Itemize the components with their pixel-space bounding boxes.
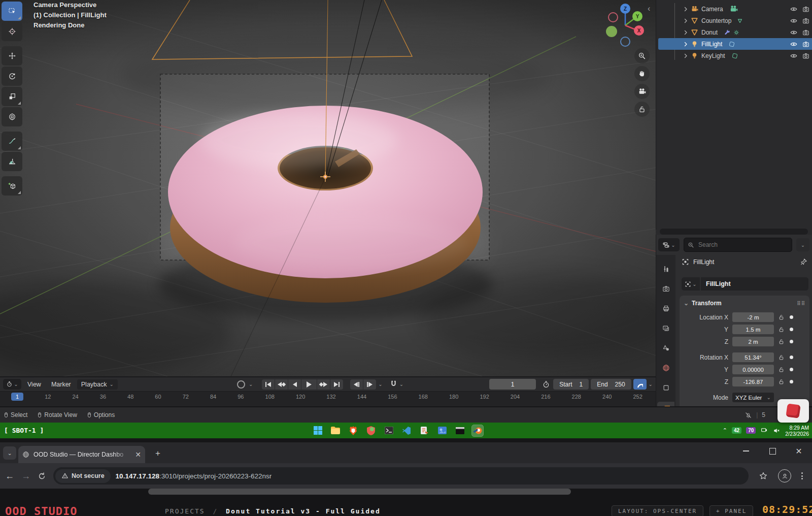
active-tab[interactable]: OOD Studio — Director Dashbo ✕ [18,446,145,463]
prev-frame-button[interactable] [350,379,363,390]
keying-dropdown[interactable]: ⌄ [249,381,253,387]
lock-icon[interactable] [778,338,785,345]
viewport-zoom-button[interactable] [634,48,650,63]
animate-dot[interactable] [790,340,793,343]
object-name-input[interactable] [701,277,808,291]
tab-world[interactable] [660,362,671,373]
viewport-lock-button[interactable] [634,102,650,117]
frame-dropdown[interactable]: ⌄ [378,381,382,387]
notes-app-icon[interactable] [419,425,430,436]
tray-badge-purple[interactable]: 70 [746,427,756,434]
navigation-gizmo[interactable]: Z Y X [602,1,649,48]
object-id-chip[interactable]: ⌄ [682,277,700,291]
notifications-muted-icon[interactable] [745,411,752,419]
playback-sync-button[interactable] [633,379,647,390]
rotation-z-field[interactable]: -126.87 [732,377,774,386]
animate-dot[interactable] [790,380,793,383]
next-keyframe-button[interactable] [317,379,330,390]
lock-icon[interactable] [778,314,785,320]
transform-tool[interactable] [2,107,22,126]
animate-dot[interactable] [790,315,793,319]
properties-options-button[interactable]: ⌄ [796,238,809,251]
play-reverse-button[interactable] [288,379,301,390]
location-x-field[interactable]: -2 m [732,312,774,322]
panel-drag-dots[interactable]: ⠿⠿ [797,301,805,306]
network-display-icon[interactable] [760,427,768,434]
current-frame-marker[interactable]: 1 [11,393,23,401]
privacy-shield-icon[interactable] [365,425,377,436]
auto-keying-toggle[interactable] [235,379,247,390]
disable-render-icon[interactable] [802,29,809,36]
panel-divider[interactable] [660,229,808,235]
hide-eye-icon[interactable] [790,41,797,48]
lock-icon[interactable] [778,378,785,385]
frame-end-field[interactable]: End250 [591,379,631,390]
pin-icon[interactable] [800,258,807,266]
animate-dot[interactable] [790,368,793,371]
animate-dot[interactable] [790,356,793,359]
disable-render-icon[interactable] [802,52,809,59]
disable-render-icon[interactable] [802,6,809,13]
cursor-tool[interactable] [2,22,22,41]
rotate-tool[interactable] [2,67,22,86]
forward-button[interactable]: → [21,471,30,481]
tab-search-button[interactable]: ⌄ [3,446,16,460]
transform-header[interactable]: ⌄ Transform ⠿⠿ [684,300,805,307]
volume-muted-icon[interactable] [772,427,781,434]
lock-icon[interactable] [778,366,785,373]
tab-view-layer[interactable] [660,322,671,334]
hide-eye-icon[interactable] [790,52,797,59]
move-tool[interactable] [2,46,22,66]
console-window-icon[interactable] [454,425,465,436]
rotation-x-field[interactable]: 51.34° [732,352,774,362]
hide-eye-icon[interactable] [790,17,797,24]
blender-app-icon[interactable] [472,425,483,436]
snap-magnet-icon[interactable] [390,380,397,388]
hide-eye-icon[interactable] [790,29,797,36]
current-frame-field[interactable]: 1 [489,379,536,390]
back-button[interactable]: ← [5,471,14,481]
location-z-field[interactable]: 2 m [732,337,774,346]
lock-icon[interactable] [778,326,785,333]
object-name-field[interactable] [701,277,808,291]
browser-menu-icon[interactable] [801,472,803,479]
tab-output[interactable] [660,303,671,314]
scale-tool[interactable] [2,87,22,106]
new-tab-button[interactable]: + [151,447,164,460]
menu-marker[interactable]: Marker [47,380,75,389]
sync-dropdown[interactable]: ⌄ [649,381,653,387]
reload-button[interactable] [38,472,46,480]
tab-tool[interactable] [660,263,671,274]
prev-keyframe-button[interactable] [275,379,288,390]
tab-render[interactable] [660,283,671,294]
photos-app-icon[interactable] [436,425,448,436]
frame-start-field[interactable]: Start1 [553,379,589,390]
jump-to-end-button[interactable] [330,379,343,390]
tab-object-data[interactable] [660,382,671,393]
editor-type-selector[interactable]: ⌄ [658,238,680,251]
snap-dropdown[interactable]: ⌄ [399,381,403,387]
tray-chevron-up[interactable]: ⌃ [723,427,727,434]
menu-playback[interactable]: Playback⌄ [77,379,118,390]
start-button[interactable] [312,425,323,436]
select-box-tool[interactable] [2,2,22,21]
disable-render-icon[interactable] [802,41,809,48]
search-input[interactable] [697,241,788,249]
play-button[interactable] [301,379,317,390]
add-cube-tool[interactable] [2,176,22,196]
file-explorer-icon[interactable] [330,425,341,436]
outliner-row-filllight-selected[interactable]: FillLight [658,38,812,50]
brave-icon[interactable] [348,425,359,436]
timeline-editor-selector[interactable]: ⌄ [3,379,21,390]
bookmark-star-icon[interactable] [759,471,768,480]
measure-tool[interactable] [2,152,22,171]
rotation-y-field[interactable]: 0.00000 [732,365,774,374]
maximize-button[interactable] [759,442,786,460]
disable-render-icon[interactable] [802,17,809,24]
minimize-button[interactable] [733,442,759,460]
properties-search[interactable] [684,238,792,252]
rotation-mode-dropdown[interactable]: XYZ Euler⌄ [732,393,774,402]
address-bar[interactable]: Not secure 10.147.17.128:3010/projects/p… [53,467,749,485]
annotate-tool[interactable] [2,132,22,151]
outliner-row-camera[interactable]: Camera [656,3,812,15]
